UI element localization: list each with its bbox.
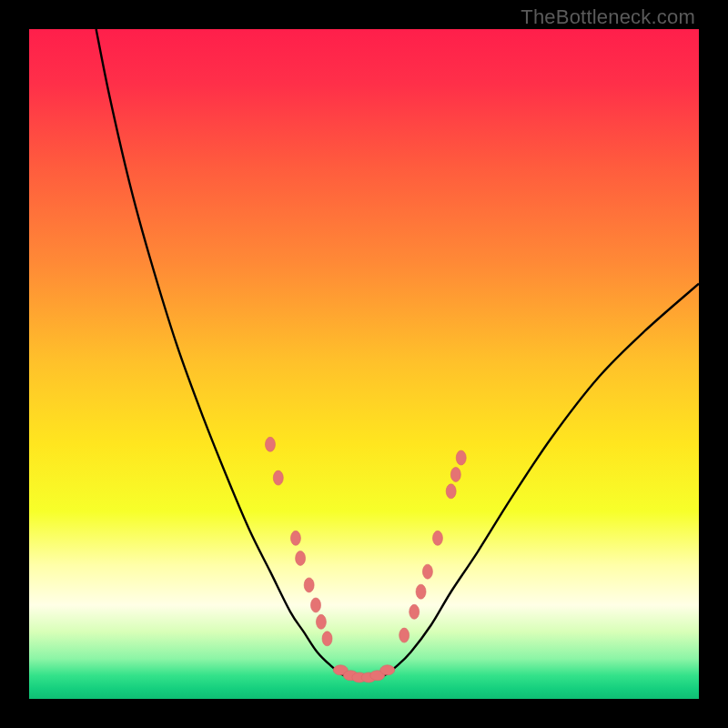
marker-dot <box>322 632 332 646</box>
marker-dot <box>432 531 442 545</box>
marker-dot <box>422 564 432 579</box>
marker-dot <box>380 665 395 675</box>
marker-dot <box>290 531 300 545</box>
marker-dot <box>399 628 410 642</box>
marker-dot <box>450 467 460 481</box>
chart-frame: TheBottleneck.com <box>0 0 728 728</box>
bottleneck-curve <box>96 29 699 679</box>
chart-overlay <box>29 29 699 699</box>
marker-dot <box>296 551 306 565</box>
marker-dot <box>273 470 283 485</box>
marker-dot <box>456 450 466 465</box>
bottom-flat-markers <box>333 665 395 682</box>
attribution-watermark: TheBottleneck.com <box>521 5 695 29</box>
marker-dot <box>410 604 420 619</box>
marker-dot <box>311 598 321 612</box>
marker-dot <box>316 614 326 629</box>
plot-area <box>29 29 699 699</box>
left-branch-markers <box>265 437 332 645</box>
right-branch-markers <box>399 450 467 642</box>
marker-dot <box>446 484 456 499</box>
marker-dot <box>416 584 426 599</box>
marker-dot <box>304 578 314 592</box>
marker-dot <box>265 437 275 451</box>
